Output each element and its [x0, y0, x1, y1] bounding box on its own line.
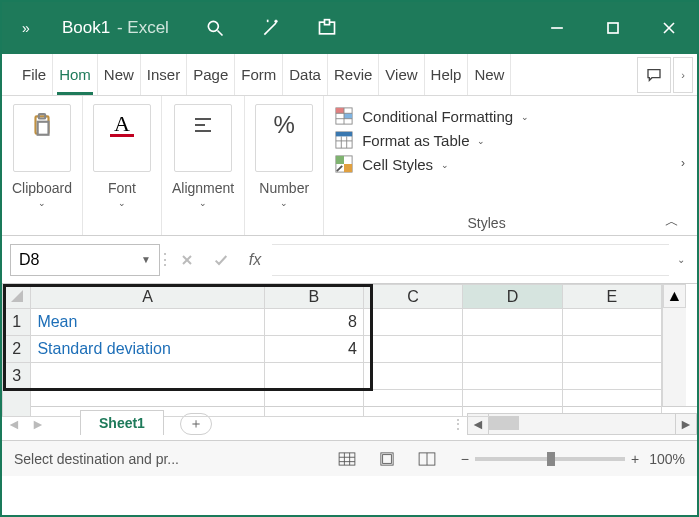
scroll-up-button[interactable]: ▲ — [663, 284, 686, 308]
cell-grid[interactable]: A B C D E 1 Mean 8 2 Standard deviation … — [2, 284, 662, 417]
col-header-d[interactable]: D — [463, 285, 562, 309]
cell-b4[interactable] — [264, 390, 363, 417]
row-2[interactable]: 2 Standard deviation 4 — [3, 336, 662, 363]
cell-styles-button[interactable]: Cell Styles ⌄ — [334, 154, 687, 174]
font-button[interactable]: A — [93, 104, 151, 172]
cell-a2[interactable]: Standard deviation — [31, 336, 264, 363]
cell-a1[interactable]: Mean — [31, 309, 264, 336]
cell-b3[interactable] — [264, 363, 363, 390]
cell-c4[interactable] — [363, 390, 462, 417]
cell-d2[interactable] — [463, 336, 562, 363]
horizontal-scrollbar[interactable]: ◄ ► — [467, 413, 697, 435]
sheetbar-grip[interactable]: ⋮ — [449, 416, 467, 432]
ribbon-scroll-right[interactable]: › — [681, 156, 685, 170]
scroll-track[interactable] — [663, 308, 686, 406]
tab-help[interactable]: Help — [425, 54, 469, 95]
cell-a3[interactable] — [31, 363, 264, 390]
tab-data[interactable]: Data — [283, 54, 328, 95]
chevron-down-icon[interactable]: ⌄ — [199, 198, 207, 208]
chevron-down-icon[interactable]: ▼ — [141, 254, 151, 265]
chevron-down-icon[interactable]: ⌄ — [38, 198, 46, 208]
row-1[interactable]: 1 Mean 8 — [3, 309, 662, 336]
select-all-corner[interactable] — [3, 285, 31, 309]
comments-button[interactable] — [637, 57, 671, 93]
row-header-4[interactable] — [3, 390, 31, 417]
paste-button[interactable] — [13, 104, 71, 172]
view-page-break-button[interactable] — [409, 446, 445, 472]
col-header-b[interactable]: B — [264, 285, 363, 309]
sheet-tab-1[interactable]: Sheet1 — [80, 410, 164, 435]
col-header-e[interactable]: E — [562, 285, 661, 309]
col-header-c[interactable]: C — [363, 285, 462, 309]
chevron-down-icon[interactable]: ⌄ — [280, 198, 288, 208]
expand-formula-bar[interactable]: ⌄ — [669, 254, 693, 265]
worksheet-grid[interactable]: A B C D E 1 Mean 8 2 Standard deviation … — [2, 284, 697, 406]
cell-e2[interactable] — [562, 336, 661, 363]
insert-function-button[interactable]: fx — [238, 244, 272, 276]
sheet-nav-next[interactable]: ► — [26, 416, 50, 432]
cell-e1[interactable] — [562, 309, 661, 336]
enter-formula-button[interactable] — [204, 244, 238, 276]
zoom-out-button[interactable]: − — [461, 451, 469, 467]
tab-insert[interactable]: Inser — [141, 54, 187, 95]
close-button[interactable] — [641, 2, 697, 54]
tab-new2[interactable]: New — [468, 54, 511, 95]
tab-new[interactable]: New — [98, 54, 141, 95]
row-header-1[interactable]: 1 — [3, 309, 31, 336]
window-mode-icon[interactable] — [299, 2, 355, 54]
chevron-down-icon[interactable]: ⌄ — [118, 198, 126, 208]
alignment-button[interactable] — [174, 104, 232, 172]
magic-wand-icon[interactable] — [243, 2, 299, 54]
col-header-a[interactable]: A — [31, 285, 264, 309]
conditional-formatting-button[interactable]: Conditional Formatting ⌄ — [334, 106, 687, 126]
zoom-track[interactable] — [475, 457, 625, 461]
view-normal-button[interactable] — [329, 446, 365, 472]
vertical-scrollbar[interactable]: ▲ — [662, 284, 686, 406]
group-alignment: Alignment ⌄ — [162, 96, 245, 235]
font-a-icon: A — [108, 111, 136, 139]
cell-c3[interactable] — [363, 363, 462, 390]
cell-b1[interactable]: 8 — [264, 309, 363, 336]
cell-d3[interactable] — [463, 363, 562, 390]
cell-d1[interactable] — [463, 309, 562, 336]
view-page-layout-button[interactable] — [369, 446, 405, 472]
hscroll-thumb[interactable] — [489, 416, 519, 430]
row-header-3[interactable]: 3 — [3, 363, 31, 390]
cell-c2[interactable] — [363, 336, 462, 363]
column-header-row[interactable]: A B C D E — [3, 285, 662, 309]
tab-formulas[interactable]: Form — [235, 54, 283, 95]
group-number-label: Number — [259, 180, 309, 196]
row-3[interactable]: 3 — [3, 363, 662, 390]
collapse-ribbon-icon[interactable]: ︿ — [665, 213, 679, 231]
minimize-button[interactable] — [529, 2, 585, 54]
cell-e3[interactable] — [562, 363, 661, 390]
number-button[interactable]: % — [255, 104, 313, 172]
cell-c1[interactable] — [363, 309, 462, 336]
zoom-in-button[interactable]: + — [631, 451, 639, 467]
tab-page-layout[interactable]: Page — [187, 54, 235, 95]
cancel-formula-button[interactable] — [170, 244, 204, 276]
name-box[interactable]: D8 ▼ — [10, 244, 160, 276]
tab-home[interactable]: Hom — [53, 54, 98, 95]
scroll-right-button[interactable]: ► — [675, 413, 697, 435]
name-box-resize[interactable]: ⋮ — [160, 244, 170, 276]
svg-rect-20 — [344, 113, 352, 118]
format-as-table-button[interactable]: Format as Table ⌄ — [334, 130, 687, 150]
quick-access-more[interactable]: » — [2, 20, 52, 36]
tab-file[interactable]: File — [16, 54, 53, 95]
tab-view[interactable]: View — [379, 54, 424, 95]
cell-b2[interactable]: 4 — [264, 336, 363, 363]
search-icon[interactable] — [187, 2, 243, 54]
formula-input[interactable] — [272, 244, 669, 276]
row-header-2[interactable]: 2 — [3, 336, 31, 363]
tab-review[interactable]: Revie — [328, 54, 379, 95]
zoom-thumb[interactable] — [547, 452, 555, 466]
sheet-nav-prev[interactable]: ◄ — [2, 416, 26, 432]
tabs-scroll-right[interactable]: › — [673, 57, 693, 93]
zoom-slider[interactable]: − + — [461, 451, 639, 467]
maximize-button[interactable] — [585, 2, 641, 54]
zoom-percent[interactable]: 100% — [649, 451, 685, 467]
ribbon-tabs: File Hom New Inser Page Form Data Revie … — [2, 54, 697, 96]
conditional-formatting-label: Conditional Formatting — [362, 108, 513, 125]
hscroll-track[interactable] — [489, 413, 675, 435]
